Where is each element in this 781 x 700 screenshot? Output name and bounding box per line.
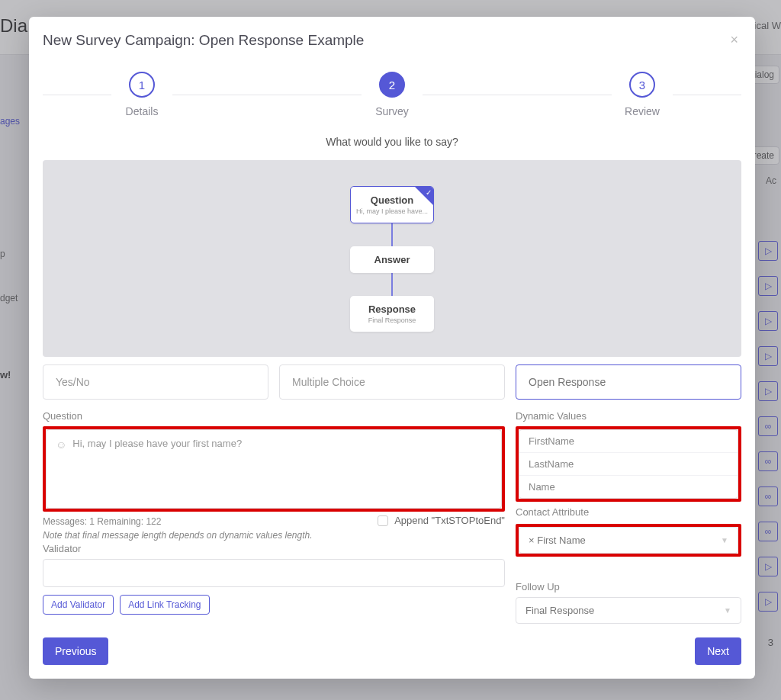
step-label: Details (126, 105, 159, 117)
step-num: 3 (629, 72, 655, 98)
node-question[interactable]: ✓ Question Hi, may I please have... (350, 186, 434, 223)
check-icon: ✓ (426, 188, 432, 197)
followup-label: Follow Up (516, 581, 741, 592)
followup-value: Final Response (525, 605, 594, 616)
dynamic-value-item[interactable]: FirstName (519, 430, 738, 453)
dynamic-value-item[interactable]: LastName (519, 453, 738, 476)
caret-down-icon: ▼ (721, 536, 728, 544)
append-checkbox[interactable] (378, 515, 388, 526)
question-label: Question (43, 410, 505, 422)
dynamic-values-highlight: FirstName LastName Name (516, 426, 741, 502)
step-details[interactable]: 1 Details (111, 72, 172, 117)
add-validator-button[interactable]: Add Validator (43, 595, 114, 615)
followup-select[interactable]: Final Response ▼ (516, 597, 741, 624)
contact-attribute-highlight: × First Name ▼ (516, 524, 741, 557)
contact-attribute-value: × First Name (529, 535, 586, 546)
contact-attribute-select[interactable]: × First Name ▼ (519, 527, 738, 554)
modal-footer: Previous Next (43, 627, 741, 665)
length-note: Note that final message length depends o… (43, 530, 505, 541)
node-subtitle: Hi, may I please have... (355, 207, 429, 215)
node-title: Response (355, 303, 429, 315)
dynamic-values-label: Dynamic Values (516, 410, 741, 422)
step-survey[interactable]: 2 Survey (362, 72, 423, 117)
caret-down-icon: ▼ (724, 606, 731, 615)
node-response[interactable]: Response Final Response (350, 296, 434, 332)
step-review[interactable]: 3 Review (612, 72, 673, 117)
modal-header: New Survey Campaign: Open Response Examp… (43, 32, 741, 49)
modal: New Survey Campaign: Open Response Examp… (29, 17, 755, 679)
left-column: Question ☺ Hi, may I please have your fi… (43, 407, 505, 627)
step-label: Review (625, 105, 660, 117)
flow-edge (391, 273, 393, 296)
type-multiple[interactable]: Multiple Choice (279, 364, 505, 400)
previous-button[interactable]: Previous (43, 637, 108, 665)
flow-edge (391, 223, 393, 246)
contact-attribute-label: Contact Attribute (516, 506, 741, 518)
question-input[interactable]: ☺ Hi, may I please have your first name? (46, 429, 502, 509)
validator-label: Validator (43, 543, 505, 554)
node-title: Answer (355, 254, 429, 265)
node-answer[interactable]: Answer (350, 246, 434, 273)
emoji-icon[interactable]: ☺ (56, 438, 66, 451)
append-label: Append "TxtSTOPtoEnd" (394, 515, 505, 526)
validator-buttons: Add Validator Add Link Tracking (43, 595, 505, 615)
node-check-corner: ✓ (415, 187, 433, 205)
prompt-text: What would you like to say? (43, 136, 741, 148)
add-link-tracking-button[interactable]: Add Link Tracking (120, 595, 209, 615)
type-yesno[interactable]: Yes/No (43, 364, 268, 400)
step-num: 1 (129, 72, 155, 98)
modal-title: New Survey Campaign: Open Response Examp… (43, 32, 364, 49)
type-open[interactable]: Open Response (516, 364, 741, 400)
question-highlight-box: ☺ Hi, may I please have your first name? (43, 426, 505, 512)
dynamic-values-list: FirstName LastName Name (519, 429, 738, 499)
right-column: Dynamic Values FirstName LastName Name C… (516, 407, 741, 627)
form-columns: Question ☺ Hi, may I please have your fi… (43, 407, 741, 627)
flow-canvas[interactable]: ✓ Question Hi, may I please have... Answ… (43, 160, 741, 357)
append-row: Append "TxtSTOPtoEnd" (43, 515, 505, 526)
next-button[interactable]: Next (695, 637, 741, 665)
node-subtitle: Final Response (355, 316, 429, 324)
question-type-row: Yes/No Multiple Choice Open Response (43, 364, 741, 400)
validator-input[interactable] (43, 559, 505, 587)
step-label: Survey (375, 105, 409, 117)
stepper: 1 Details 2 Survey 3 Review (43, 72, 741, 117)
close-icon[interactable]: × (727, 32, 741, 48)
question-text: Hi, may I please have your first name? (72, 438, 242, 449)
step-num: 2 (379, 72, 405, 98)
dynamic-value-item[interactable]: Name (519, 476, 738, 498)
